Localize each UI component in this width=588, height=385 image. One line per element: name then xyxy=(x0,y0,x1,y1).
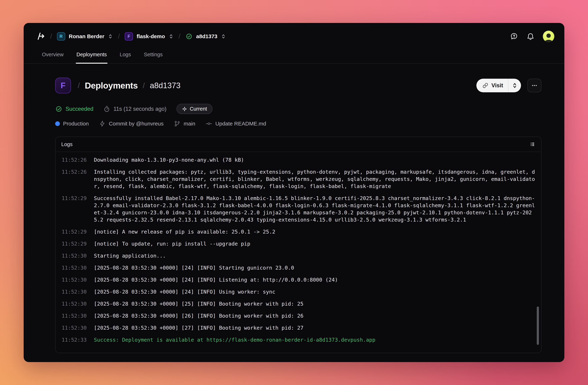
git-branch-icon xyxy=(174,120,180,127)
log-message: Starting application... xyxy=(94,252,535,259)
log-message: [2025-08-28 03:52:30 +0000] [24] [INFO] … xyxy=(94,288,535,295)
help-button[interactable] xyxy=(510,32,518,41)
log-timestamp: 11:52:30 xyxy=(62,264,88,271)
tab-overview[interactable]: Overview xyxy=(41,49,64,63)
check-circle-icon xyxy=(186,33,193,40)
breadcrumb-separator: / xyxy=(178,33,181,40)
bell-icon xyxy=(526,32,535,41)
breadcrumb-org[interactable]: R Ronan Berder xyxy=(57,32,113,41)
ellipsis-icon xyxy=(531,82,538,89)
commit-author-label: Commit by @hunvreus xyxy=(109,121,164,127)
log-message: [2025-08-28 03:52:30 +0000] [24] [INFO] … xyxy=(94,264,535,271)
log-timestamp: 11:52:26 xyxy=(62,156,88,163)
log-timestamp: 11:52:30 xyxy=(62,300,88,307)
project-name: flask-demo xyxy=(137,33,165,40)
log-entry: 11:52:26 Installing collected packages: … xyxy=(62,168,535,190)
log-message: [2025-08-28 03:52:30 +0000] [27] [INFO] … xyxy=(94,324,535,331)
environment-label: Production xyxy=(63,121,89,127)
log-timestamp: 11:52:30 xyxy=(62,276,88,283)
status-label: Succeeded xyxy=(65,106,93,112)
log-message: Success: Deployment is available at http… xyxy=(94,336,535,343)
app-logo[interactable] xyxy=(36,32,45,41)
page-deployment-id: a8d1373 xyxy=(150,81,180,90)
commit-message-label: Update README.md xyxy=(215,121,266,127)
current-badge: Current xyxy=(176,104,212,114)
more-actions-button[interactable] xyxy=(527,79,541,92)
navbar-actions xyxy=(510,31,554,42)
log-entry: 11:52:30 [2025-08-28 03:52:30 +0000] [26… xyxy=(62,312,535,320)
log-entry: 11:52:30 [2025-08-28 03:52:30 +0000] [27… xyxy=(62,324,535,331)
log-entry: 11:52:30 [2025-08-28 03:52:30 +0000] [24… xyxy=(62,276,535,283)
org-name: Ronan Berder xyxy=(69,33,104,40)
status-duration: 11s (12 seconds ago) xyxy=(103,106,167,112)
log-message: Successfully installed Babel-2.17.0 Mako… xyxy=(94,195,535,223)
header-actions: Visit xyxy=(476,79,541,92)
logs-view-toggle-button[interactable] xyxy=(530,141,535,147)
project-logo: F xyxy=(55,78,71,93)
log-timestamp: 11:52:30 xyxy=(62,312,88,320)
log-timestamp: 11:52:29 xyxy=(62,228,88,235)
log-entry: 11:52:30 Starting application... xyxy=(62,252,535,259)
page-header: F / Deployments / a8d1373 Visit xyxy=(55,78,541,93)
logs-panel: Logs 11:52:26 Downloading mako-1.3.10-py… xyxy=(55,137,541,353)
title-separator: / xyxy=(143,82,145,90)
log-entry: 11:52:30 [2025-08-28 03:52:30 +0000] [24… xyxy=(62,288,535,295)
log-entry: 11:52:29 [notice] A new release of pip i… xyxy=(62,228,535,235)
log-timestamp: 11:52:29 xyxy=(62,240,88,247)
log-timestamp: 11:52:30 xyxy=(62,288,88,295)
project-badge: F xyxy=(125,32,133,41)
log-message: [2025-08-28 03:52:30 +0000] [24] [INFO] … xyxy=(94,276,535,283)
chevron-updown-icon xyxy=(508,79,521,92)
logs-scrollbar-thumb[interactable] xyxy=(537,306,539,345)
duration-label: 11s (12 seconds ago) xyxy=(113,106,167,112)
page-title-group: / Deployments / a8d1373 xyxy=(78,81,180,90)
log-message: [notice] To update, run: pip install --u… xyxy=(94,240,535,247)
breadcrumb-project[interactable]: F flask-demo xyxy=(125,32,173,41)
log-message: [2025-08-28 03:52:30 +0000] [26] [INFO] … xyxy=(94,312,535,320)
deployment-id: a8d1373 xyxy=(196,33,217,40)
log-message: Downloading mako-1.3.10-py3-none-any.whl… xyxy=(94,156,535,163)
environment-dot-icon xyxy=(55,121,60,126)
breadcrumb-separator: / xyxy=(49,33,53,40)
help-bubble-icon xyxy=(510,32,518,41)
trigger-item: Commit by @hunvreus xyxy=(99,120,164,127)
sparkle-icon xyxy=(182,106,187,112)
lightning-icon xyxy=(99,120,105,127)
tab-settings[interactable]: Settings xyxy=(143,49,163,63)
visit-button[interactable]: Visit xyxy=(476,79,521,92)
log-timestamp: 11:52:33 xyxy=(62,336,88,343)
chevron-updown-icon xyxy=(221,34,226,39)
git-commit-icon xyxy=(206,120,212,127)
tab-logs[interactable]: Logs xyxy=(119,49,132,63)
log-message: [2025-08-28 03:52:30 +0000] [25] [INFO] … xyxy=(94,300,535,307)
branch-label: main xyxy=(184,121,195,127)
logs-panel-title: Logs xyxy=(61,141,73,147)
log-entry: 11:52:29 [notice] To update, run: pip in… xyxy=(62,240,535,247)
log-entry: 11:52:30 [2025-08-28 03:52:30 +0000] [25… xyxy=(62,300,535,307)
notifications-button[interactable] xyxy=(526,32,535,41)
commit-message-item: Update README.md xyxy=(206,120,266,127)
primary-tabs: Overview Deployments Logs Settings xyxy=(24,49,564,64)
environment-item: Production xyxy=(55,121,89,127)
log-entry: 11:52:30 [2025-08-28 03:52:30 +0000] [24… xyxy=(62,264,535,271)
log-entry: 11:52:26 Downloading mako-1.3.10-py3-non… xyxy=(62,156,535,163)
log-entry: 11:52:29 Successfully installed Babel-2.… xyxy=(62,195,535,223)
top-navbar: / R Ronan Berder / F flask-demo / a8d137… xyxy=(24,23,564,48)
log-timestamp: 11:52:26 xyxy=(62,168,88,190)
breadcrumb-deployment[interactable]: a8d1373 xyxy=(186,33,226,40)
deployment-status-row: Succeeded 11s (12 seconds ago) Current xyxy=(55,104,541,114)
timer-icon xyxy=(103,106,110,112)
link-icon xyxy=(483,83,488,88)
chevron-updown-icon xyxy=(108,34,113,39)
person-silhouette-icon xyxy=(543,31,554,42)
page-title: Deployments xyxy=(85,81,138,90)
deployment-meta-row: Production Commit by @hunvreus main xyxy=(55,120,541,127)
status-succeeded: Succeeded xyxy=(55,105,93,113)
main-content: F / Deployments / a8d1373 Visit xyxy=(24,64,564,362)
user-avatar[interactable] xyxy=(543,31,554,42)
logs-output: 11:52:26 Downloading mako-1.3.10-py3-non… xyxy=(56,152,541,353)
breadcrumb-separator: / xyxy=(117,33,120,40)
branch-item: main xyxy=(174,120,195,127)
tab-deployments[interactable]: Deployments xyxy=(76,49,107,63)
log-timestamp: 11:52:30 xyxy=(62,324,88,331)
